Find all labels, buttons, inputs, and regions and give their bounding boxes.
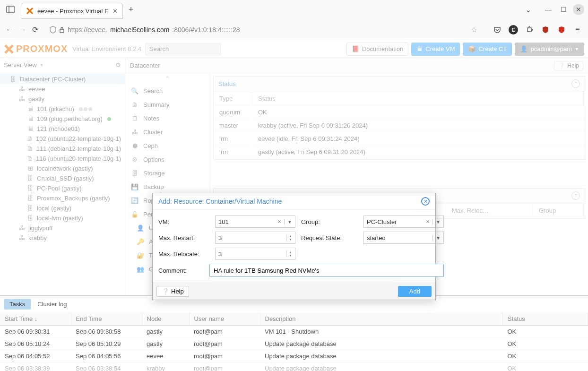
extensions-icon[interactable]: [525, 25, 534, 35]
monitor-icon: 🖥: [26, 105, 34, 112]
tree-node-jigglypuff[interactable]: 🖧jigglypuff: [0, 223, 125, 233]
log-row[interactable]: Sep 06 05:10:24Sep 06 05:10:29gastlyroot…: [0, 338, 588, 350]
tree-storage-locallvm[interactable]: 🗄local-lvm (gastly): [0, 213, 125, 223]
group-label: Group:: [301, 218, 358, 225]
nav-notes[interactable]: 🗒Notes: [125, 112, 210, 125]
tree-vm-109[interactable]: 🖥109 (plug.perthchat.org): [0, 114, 125, 124]
forward-button[interactable]: →: [19, 26, 26, 34]
nav-ceph[interactable]: ⬢Ceph: [125, 139, 210, 153]
proxmox-logo[interactable]: PROXMOX Virtual Environment 8.2.4: [4, 43, 141, 54]
documentation-button[interactable]: 📕Documentation: [346, 43, 408, 56]
dialog-add-button[interactable]: Add: [398, 286, 432, 297]
shield-icon: [50, 26, 56, 34]
tree-storage-crucial[interactable]: 🗄Crucial_SSD (gastly): [0, 173, 125, 183]
tab-cluster-log[interactable]: Cluster log: [32, 299, 72, 310]
tree-node-gastly[interactable]: 🖧gastly: [0, 94, 125, 104]
create-vm-button[interactable]: 🖥Create VM: [411, 43, 460, 56]
chevron-down-icon: ▼: [575, 47, 579, 52]
collapse-icon[interactable]: ⌃: [571, 79, 580, 88]
tree-vm-121[interactable]: 🖥121 (ncnode01): [0, 124, 125, 134]
node-icon: 🖧: [18, 86, 26, 93]
tree-storage-local[interactable]: 🗄local (gastly): [0, 203, 125, 213]
tree-template-111[interactable]: 🗎111 (debian12-template-10g-1): [0, 144, 125, 154]
tree-template-102[interactable]: 🗎102 (ubuntu22-template-10g-1): [0, 134, 125, 144]
browser-tab[interactable]: eevee - Proxmox Virtual E ✕: [21, 3, 123, 19]
max-restart-spinner[interactable]: 3▲▼: [215, 232, 295, 244]
col-start-time[interactable]: Start Time ↓: [0, 312, 71, 326]
minimize-button[interactable]: —: [543, 4, 554, 15]
maximize-button[interactable]: ☐: [558, 4, 569, 15]
nav-summary[interactable]: 🗎Summary: [125, 98, 210, 112]
nav-storage[interactable]: 🗄Storage: [125, 166, 210, 180]
log-row[interactable]: Sep 06 03:38:39Sep 06 03:38:54krabbyroot…: [0, 362, 588, 371]
nav-options[interactable]: ⚙Options: [125, 153, 210, 166]
nav-scroll-up-icon[interactable]: ⌃: [125, 73, 210, 84]
tabs-dropdown-icon[interactable]: ⌄: [525, 5, 531, 14]
comment-input[interactable]: [209, 264, 444, 277]
pocket-icon[interactable]: [493, 25, 502, 35]
chevron-down-icon[interactable]: ▼: [284, 219, 292, 224]
tree-node-eevee[interactable]: 🖧eevee: [0, 84, 125, 94]
tree-storage-pcpool[interactable]: 🗄PC-Pool (gastly): [0, 183, 125, 193]
ublock-icon[interactable]: [541, 25, 550, 35]
chevron-down-icon[interactable]: ▼: [432, 219, 441, 224]
create-ct-button[interactable]: 📦Create CT: [463, 43, 512, 56]
back-button[interactable]: ←: [6, 26, 13, 34]
max-relocate-label: Max. Relocate:: [158, 250, 209, 258]
template-icon: 🗎: [26, 145, 34, 152]
spinner-icon[interactable]: ▲▼: [286, 250, 292, 257]
bookmark-icon[interactable]: ☆: [471, 26, 477, 34]
tree-storage-backups[interactable]: 🗄Proxmox_Backups (gastly): [0, 193, 125, 203]
collapse-icon[interactable]: ⌃: [571, 191, 580, 200]
help-button[interactable]: ❔Help: [554, 61, 583, 70]
lock-icon: 🔓: [131, 211, 138, 218]
extension-e-icon[interactable]: E: [509, 25, 518, 35]
tree-network[interactable]: ⊞localnetwork (gastly): [0, 164, 125, 173]
nav-search[interactable]: 🔍Search: [125, 84, 210, 98]
summary-icon: 🗎: [131, 101, 138, 108]
tree-node-krabby[interactable]: 🖧krabby: [0, 233, 125, 243]
nav-backup[interactable]: 💾Backup: [125, 180, 210, 194]
col-max-reloc: Max. Reloc…: [447, 204, 533, 217]
breadcrumb: Datacenter: [130, 62, 160, 69]
col-status[interactable]: Status: [503, 312, 588, 326]
col-description[interactable]: Description: [260, 312, 503, 326]
group-combo[interactable]: PC-Cluster×▼: [363, 216, 444, 228]
col-end-time[interactable]: End Time: [71, 312, 142, 326]
global-search-input[interactable]: [145, 43, 221, 55]
server-icon: 🗄: [9, 76, 17, 83]
tree-view-selector[interactable]: Server View ▼ ⚙: [0, 58, 125, 72]
tree-datacenter[interactable]: 🗄Datacenter (PC-Cluster): [0, 74, 125, 84]
help-icon: ❔: [558, 62, 565, 69]
nav-bar: ← → ⟳ https://eevee.michael5collins.com:…: [0, 19, 588, 40]
close-window-button[interactable]: ✕: [573, 4, 584, 15]
col-user[interactable]: User name: [189, 312, 260, 326]
dialog-close-button[interactable]: ✕: [421, 197, 430, 206]
menu-icon[interactable]: ≡: [573, 25, 582, 35]
url-bar[interactable]: https://eevee.michael5collins.com:8006/#…: [44, 26, 483, 34]
dialog-help-button[interactable]: ❔Help: [156, 286, 189, 297]
user-menu-button[interactable]: 👤pcadmin@pam▼: [515, 43, 584, 56]
col-node[interactable]: Node: [142, 312, 189, 326]
tab-tasks[interactable]: Tasks: [4, 299, 31, 310]
gear-icon[interactable]: ⚙: [115, 61, 121, 69]
tree-template-116[interactable]: 🗎116 (ubuntu20-template-10g-1): [0, 154, 125, 164]
spinner-icon[interactable]: ▲▼: [286, 234, 292, 241]
request-state-combo[interactable]: started▼: [363, 232, 444, 244]
clear-icon[interactable]: ×: [425, 218, 431, 225]
reload-button[interactable]: ⟳: [32, 25, 38, 34]
sidebar-toggle-icon[interactable]: [4, 3, 17, 16]
clear-icon[interactable]: ×: [277, 218, 282, 225]
log-row[interactable]: Sep 06 09:30:31Sep 06 09:30:58gastlyroot…: [0, 326, 588, 338]
vm-combo[interactable]: 101×▼: [215, 216, 295, 228]
new-tab-button[interactable]: +: [129, 5, 134, 15]
tree-vm-101[interactable]: 🖥101 (pikachu): [0, 104, 125, 114]
chevron-down-icon[interactable]: ▼: [432, 235, 441, 241]
book-icon: 📕: [352, 45, 359, 52]
monitor-icon: 🖥: [416, 45, 423, 52]
max-relocate-spinner[interactable]: 3▲▼: [215, 248, 295, 260]
nav-cluster[interactable]: 🖧Cluster: [125, 125, 210, 139]
adblock-icon[interactable]: [557, 25, 566, 35]
log-row[interactable]: Sep 06 04:05:52Sep 06 04:05:56eeveeroot@…: [0, 350, 588, 362]
tab-close-icon[interactable]: ✕: [112, 8, 118, 15]
